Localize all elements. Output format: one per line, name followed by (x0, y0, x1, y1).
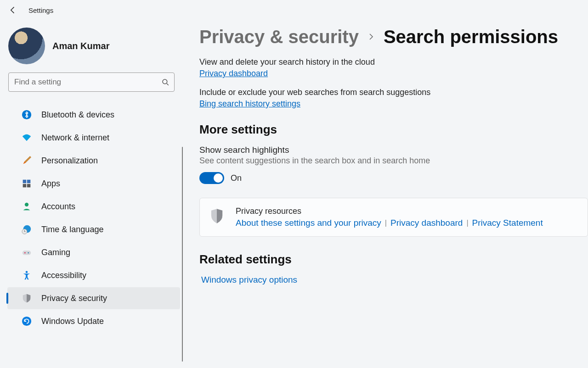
privacy-resources-card: Privacy resources About these settings a… (199, 198, 588, 237)
profile[interactable]: Aman Kumar (0, 25, 183, 72)
person-icon (21, 201, 32, 212)
highlights-toggle[interactable] (199, 172, 224, 184)
sidebar-item-label: Accounts (41, 202, 75, 212)
main-content: Privacy & security Search permissions Vi… (183, 18, 588, 366)
chevron-right-icon (367, 31, 375, 44)
search-icon (161, 78, 170, 86)
globe-clock-icon (21, 224, 32, 235)
bing-description: Include or exclude your web searches fro… (199, 88, 588, 97)
history-description: View and delete your search history in t… (199, 57, 588, 67)
sidebar-item-bluetooth[interactable]: Bluetooth & devices (7, 104, 180, 126)
svg-rect-4 (23, 184, 27, 188)
wifi-icon (21, 132, 32, 143)
svg-rect-5 (27, 184, 31, 188)
privacy-dashboard-link-2[interactable]: Privacy dashboard (390, 218, 463, 228)
bluetooth-icon (21, 109, 32, 120)
paintbrush-icon (21, 155, 32, 166)
shield-icon (210, 208, 224, 224)
shield-icon (21, 293, 32, 304)
avatar (8, 28, 45, 64)
separator: | (466, 219, 468, 227)
breadcrumb-parent[interactable]: Privacy & security (199, 27, 359, 47)
sidebar-item-label: Apps (41, 179, 60, 189)
sidebar-item-windows-update[interactable]: Windows Update (7, 310, 180, 332)
username: Aman Kumar (52, 41, 109, 51)
sidebar-item-accessibility[interactable]: Accessibility (7, 264, 180, 286)
search-input[interactable] (14, 78, 161, 87)
refresh-icon (21, 316, 32, 327)
accessibility-icon (21, 270, 32, 281)
sidebar-item-label: Time & language (41, 225, 103, 234)
svg-point-13 (22, 317, 31, 326)
toggle-state-label: On (231, 173, 242, 183)
sidebar-item-gaming[interactable]: Gaming (7, 241, 180, 263)
svg-rect-2 (23, 180, 27, 184)
app-title: Settings (28, 6, 53, 14)
svg-rect-9 (23, 251, 31, 255)
sidebar-item-label: Gaming (41, 248, 70, 257)
separator: | (385, 219, 387, 227)
related-settings-heading: Related settings (199, 252, 588, 267)
about-settings-link[interactable]: About these settings and your privacy (236, 218, 381, 228)
toggle-knob (214, 173, 223, 183)
breadcrumb: Privacy & security Search permissions (199, 27, 588, 47)
sidebar: Aman Kumar Bluetooth & devices N (0, 18, 183, 366)
sidebar-item-label: Network & internet (41, 133, 109, 143)
highlights-title: Show search highlights (199, 145, 588, 155)
windows-privacy-options-link[interactable]: Windows privacy options (201, 275, 297, 284)
sidebar-item-label: Windows Update (41, 317, 104, 326)
svg-point-6 (25, 203, 28, 206)
sidebar-item-time-language[interactable]: Time & language (7, 218, 180, 240)
svg-point-0 (163, 79, 167, 84)
sidebar-item-accounts[interactable]: Accounts (7, 195, 180, 217)
sidebar-item-label: Accessibility (41, 271, 86, 280)
sidebar-item-label: Personalization (41, 156, 98, 166)
breadcrumb-current: Search permissions (384, 27, 558, 47)
svg-point-10 (24, 252, 26, 254)
sidebar-item-privacy[interactable]: Privacy & security (7, 287, 180, 309)
apps-icon (21, 178, 32, 189)
sidebar-item-label: Bluetooth & devices (41, 110, 114, 120)
back-button[interactable] (8, 6, 17, 15)
sidebar-scrollbar[interactable] (182, 147, 183, 362)
search-box[interactable] (8, 72, 175, 92)
highlights-subtitle: See content suggestions in the search bo… (199, 156, 588, 166)
svg-point-12 (26, 271, 28, 273)
svg-rect-3 (27, 180, 31, 184)
privacy-statement-link[interactable]: Privacy Statement (472, 218, 543, 228)
privacy-dashboard-link[interactable]: Privacy dashboard (199, 69, 268, 78)
sidebar-item-apps[interactable]: Apps (7, 173, 180, 195)
bing-history-link[interactable]: Bing search history settings (199, 99, 300, 109)
more-settings-heading: More settings (199, 123, 588, 137)
sidebar-item-personalization[interactable]: Personalization (7, 150, 180, 172)
gamepad-icon (21, 247, 32, 258)
sidebar-nav: Bluetooth & devices Network & internet P… (0, 100, 183, 332)
sidebar-item-label: Privacy & security (41, 294, 107, 303)
sidebar-item-network[interactable]: Network & internet (7, 127, 180, 149)
resources-title: Privacy resources (236, 206, 543, 216)
svg-point-11 (28, 252, 29, 254)
